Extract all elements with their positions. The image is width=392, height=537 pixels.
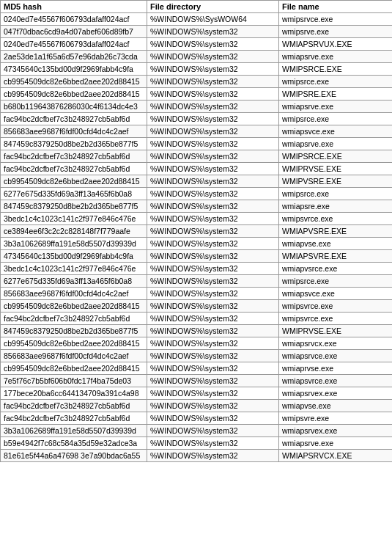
cell-filename: wmiapsrve.exe bbox=[279, 101, 393, 113]
cell-hash: 47345640c135bd00d9f2969fabb4c9fa bbox=[1, 63, 147, 76]
cell-directory: %WINDOWS%\system32 bbox=[147, 425, 279, 437]
cell-directory: %WINDOWS%\system32 bbox=[147, 88, 279, 101]
table-row: 6277e675d335fd69a3ff13a465f6b0a8%WINDOWS… bbox=[1, 275, 393, 288]
cell-hash: fac94bc2dcfbef7c3b248927cb5abf6d bbox=[1, 400, 147, 412]
cell-hash: fac94bc2dcfbef7c3b248927cb5abf6d bbox=[1, 412, 147, 425]
file-table: MD5 hash File directory File name 0240ed… bbox=[0, 0, 392, 462]
cell-filename: WMIAPSVRE.EXE bbox=[279, 250, 393, 263]
cell-directory: %WINDOWS%\system32 bbox=[147, 263, 279, 275]
table-row: 3bedc1c4c1023c141c2f977e846c476e%WINDOWS… bbox=[1, 263, 393, 275]
cell-hash: 0240ed7e45567f606793dafaff024acf bbox=[1, 13, 147, 26]
cell-filename: wmiapsrvex.exe bbox=[279, 425, 393, 437]
cell-hash: ce3894ee6f3c2c2c828148f7f779aafe bbox=[1, 225, 147, 238]
table-row: b680b119643876286030c4f6134dc4e3%WINDOWS… bbox=[1, 101, 393, 113]
cell-directory: %WINDOWS%\system32 bbox=[147, 362, 279, 375]
table-row: cb9954509dc82e6bbed2aee202d88415%WINDOWS… bbox=[1, 337, 393, 350]
cell-hash: b680b119643876286030c4f6134dc4e3 bbox=[1, 101, 147, 113]
table-row: cb9954509dc82e6bbed2aee202d88415%WINDOWS… bbox=[1, 175, 393, 188]
table-row: 0240ed7e45567f606793dafaff024acf%WINDOWS… bbox=[1, 13, 393, 26]
cell-directory: %WINDOWS%\system32 bbox=[147, 437, 279, 450]
cell-hash: cb9954509dc82e6bbed2aee202d88415 bbox=[1, 362, 147, 375]
header-name: File name bbox=[279, 1, 393, 13]
cell-hash: 3bedc1c4c1023c141c2f977e846c476e bbox=[1, 213, 147, 225]
cell-filename: wmiapsrvcx.exe bbox=[279, 337, 393, 350]
cell-filename: wmiapsrve.exe bbox=[279, 138, 393, 150]
cell-hash: fac94bc2dcfbef7c3b248927cb5abf6d bbox=[1, 113, 147, 125]
table-row: cb9954509dc82e6bbed2aee202d88415%WINDOWS… bbox=[1, 88, 393, 101]
cell-hash: cb9954509dc82e6bbed2aee202d88415 bbox=[1, 76, 147, 88]
cell-filename: wmiapsrvce.exe bbox=[279, 350, 393, 362]
cell-filename: WMIAPVSRE.EXE bbox=[279, 225, 393, 238]
cell-directory: %WINDOWS%\system32 bbox=[147, 350, 279, 362]
table-row: b59e4942f7c68c584a35d59e32adce3a%WINDOWS… bbox=[1, 437, 393, 450]
cell-directory: %WINDOWS%\system32 bbox=[147, 125, 279, 138]
table-row: fac94bc2dcfbef7c3b248927cb5abf6d%WINDOWS… bbox=[1, 150, 393, 163]
cell-hash: 7e5f76c7b5bf606b0fdc17f4ba75de03 bbox=[1, 375, 147, 387]
cell-directory: %WINDOWS%\system32 bbox=[147, 325, 279, 337]
cell-hash: 6277e675d335fd69a3ff13a465f6b0a8 bbox=[1, 188, 147, 200]
cell-directory: %WINDOWS%\system32 bbox=[147, 175, 279, 188]
table-row: 856683aee9687f6fdf00cfd4dc4c2aef%WINDOWS… bbox=[1, 125, 393, 138]
table-row: 0240ed7e45567f606793dafaff024acf%WINDOWS… bbox=[1, 38, 393, 51]
table-row: fac94bc2dcfbef7c3b248927cb5abf6d%WINDOWS… bbox=[1, 113, 393, 125]
cell-directory: %WINDOWS%\system32 bbox=[147, 26, 279, 38]
table-row: 81e61e5f44a6a47698 3e7a90bdac6a55%WINDOW… bbox=[1, 450, 393, 462]
cell-directory: %WINDOWS%\system32 bbox=[147, 225, 279, 238]
cell-filename: wmiapsvce.exe bbox=[279, 288, 393, 300]
table-header-row: MD5 hash File directory File name bbox=[1, 1, 393, 13]
cell-directory: %WINDOWS%\system32 bbox=[147, 450, 279, 462]
cell-directory: %WINDOWS%\system32 bbox=[147, 38, 279, 51]
cell-hash: 847459c8379250d8be2b2d365be877f5 bbox=[1, 325, 147, 337]
table-row: 47345640c135bd00d9f2969fabb4c9fa%WINDOWS… bbox=[1, 250, 393, 263]
table-row: fac94bc2dcfbef7c3b248927cb5abf6d%WINDOWS… bbox=[1, 163, 393, 175]
cell-filename: wmipsvrce.exe bbox=[279, 313, 393, 325]
cell-hash: 047f70dbac6cd9a4d07abef606d89fb7 bbox=[1, 26, 147, 38]
table-row: 847459c8379250d8be2b2d365be877f5%WINDOWS… bbox=[1, 325, 393, 337]
cell-directory: %WINDOWS%\system32 bbox=[147, 387, 279, 400]
table-row: fac94bc2dcfbef7c3b248927cb5abf6d%WINDOWS… bbox=[1, 412, 393, 425]
cell-directory: %WINDOWS%\system32 bbox=[147, 300, 279, 313]
cell-filename: WMIPSRCE.EXE bbox=[279, 150, 393, 163]
cell-hash: 847459c8379250d8be2b2d365be877f5 bbox=[1, 138, 147, 150]
cell-hash: b59e4942f7c68c584a35d59e32adce3a bbox=[1, 437, 147, 450]
table-row: 3b3a1062689ffa191e58d5507d39939d%WINDOWS… bbox=[1, 425, 393, 437]
table-row: 3b3a1062689ffa191e58d5507d39939d%WINDOWS… bbox=[1, 238, 393, 250]
table-row: ce3894ee6f3c2c2c828148f7f779aafe%WINDOWS… bbox=[1, 225, 393, 238]
cell-hash: 0240ed7e45567f606793dafaff024acf bbox=[1, 38, 147, 51]
cell-hash: fac94bc2dcfbef7c3b248927cb5abf6d bbox=[1, 150, 147, 163]
cell-directory: %WINDOWS%\SysWOW64 bbox=[147, 13, 279, 26]
cell-filename: wmipsrvce.exe bbox=[279, 13, 393, 26]
cell-directory: %WINDOWS%\system32 bbox=[147, 288, 279, 300]
cell-filename: WMIPRVSE.EXE bbox=[279, 163, 393, 175]
cell-directory: %WINDOWS%\system32 bbox=[147, 63, 279, 76]
cell-filename: wmiapsvce.exe bbox=[279, 125, 393, 138]
cell-directory: %WINDOWS%\system32 bbox=[147, 113, 279, 125]
cell-hash: cb9954509dc82e6bbed2aee202d88415 bbox=[1, 88, 147, 101]
cell-directory: %WINDOWS%\system32 bbox=[147, 412, 279, 425]
cell-filename: wmiapvse.exe bbox=[279, 400, 393, 412]
table-row: cb9954509dc82e6bbed2aee202d88415%WINDOWS… bbox=[1, 300, 393, 313]
cell-filename: WMIPSRCE.EXE bbox=[279, 63, 393, 76]
cell-directory: %WINDOWS%\system32 bbox=[147, 51, 279, 63]
cell-directory: %WINDOWS%\system32 bbox=[147, 213, 279, 225]
table-row: 856683aee9687f6fdf00cfd4dc4c2aef%WINDOWS… bbox=[1, 288, 393, 300]
cell-filename: wmipsrve.exe bbox=[279, 26, 393, 38]
cell-directory: %WINDOWS%\system32 bbox=[147, 400, 279, 412]
cell-hash: fac94bc2dcfbef7c3b248927cb5abf6d bbox=[1, 163, 147, 175]
cell-directory: %WINDOWS%\system32 bbox=[147, 337, 279, 350]
table-row: cb9954509dc82e6bbed2aee202d88415%WINDOWS… bbox=[1, 362, 393, 375]
cell-directory: %WINDOWS%\system32 bbox=[147, 200, 279, 213]
cell-filename: wmiapvse.exe bbox=[279, 238, 393, 250]
cell-filename: wmiapvsrce.exe bbox=[279, 263, 393, 275]
cell-filename: wmipsrce.exe bbox=[279, 188, 393, 200]
cell-filename: wmiapsrve.exe bbox=[279, 51, 393, 63]
cell-filename: wmiapsvrce.exe bbox=[279, 375, 393, 387]
table-row: fac94bc2dcfbef7c3b248927cb5abf6d%WINDOWS… bbox=[1, 400, 393, 412]
cell-filename: WMIPSRE.EXE bbox=[279, 88, 393, 101]
table-row: 177bece20ba6cc644134709a391c4a98%WINDOWS… bbox=[1, 387, 393, 400]
cell-directory: %WINDOWS%\system32 bbox=[147, 138, 279, 150]
table-row: 856683aee9687f6fdf00cfd4dc4c2aef%WINDOWS… bbox=[1, 350, 393, 362]
cell-filename: wmipsrce.exe bbox=[279, 76, 393, 88]
cell-hash: 6277e675d335fd69a3ff13a465f6b0a8 bbox=[1, 275, 147, 288]
table-row: cb9954509dc82e6bbed2aee202d88415%WINDOWS… bbox=[1, 76, 393, 88]
